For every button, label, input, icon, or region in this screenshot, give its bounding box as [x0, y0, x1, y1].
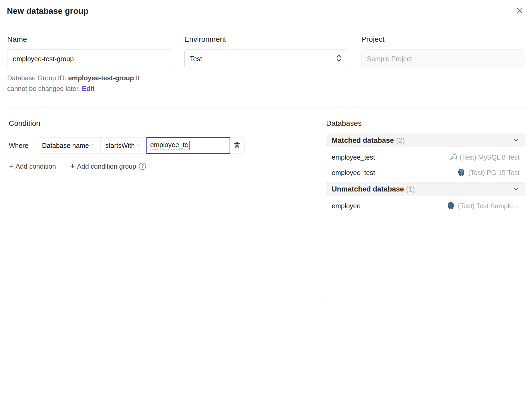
condition-actions: + Add condition + Add condition group ? [9, 162, 326, 170]
add-condition-label: Add condition [16, 163, 56, 170]
database-instance: (Test) MySQL 8 Test [448, 153, 519, 161]
chevron-down-icon [512, 185, 520, 194]
database-row: employee_test (Test [326, 165, 525, 180]
database-name: employee [332, 202, 360, 210]
condition-field-value: Database name [42, 142, 89, 149]
project-input [361, 49, 525, 68]
databases-heading: Databases [326, 119, 525, 128]
selector-updown-icon [335, 54, 342, 64]
condition-field-select[interactable]: Database name [37, 138, 101, 153]
database-row: employee (Test) Tes [326, 198, 525, 214]
close-icon [516, 6, 524, 16]
group-form: Name Database Group ID: employee-test-gr… [7, 35, 525, 94]
group-id-note: Database Group ID: employee-test-group I… [7, 73, 140, 94]
database-instance-label: (Test) Test Sample… [458, 202, 519, 210]
database-name: employee_test [332, 153, 375, 161]
edit-id-link[interactable]: Edit [82, 85, 94, 92]
condition-heading: Condition [9, 119, 326, 128]
database-instance-label: (Test) MySQL 8 Test [460, 153, 519, 161]
matched-database-rows: employee_test (Test) MySQL 8 Test [326, 147, 525, 182]
environment-label: Environment [184, 35, 348, 44]
condition-value-input[interactable]: employee_te [146, 137, 230, 154]
condition-section: Condition Where Database name startsWith [7, 119, 326, 170]
matched-database-title: Matched database(2) [332, 136, 405, 145]
project-field-block: Project [361, 35, 525, 94]
environment-select[interactable]: Test [184, 49, 348, 68]
environment-value: Test [190, 55, 202, 63]
unmatched-database-count: (1) [406, 185, 415, 193]
group-id-note-prefix: Database Group ID: [7, 74, 68, 82]
text-cursor [189, 141, 190, 150]
condition-expression-group: Database name startsWith [37, 137, 245, 154]
postgresql-icon [447, 202, 455, 210]
name-label: Name [7, 35, 171, 44]
add-condition-group-button[interactable]: + Add condition group ? [70, 162, 146, 170]
plus-icon: + [9, 162, 14, 170]
matched-database-header[interactable]: Matched database(2) [326, 134, 525, 147]
add-condition-button[interactable]: + Add condition [9, 162, 56, 170]
postgresql-icon [457, 168, 466, 177]
condition-operator-select[interactable]: startsWith [101, 138, 146, 153]
dialog-header: New database group [0, 0, 532, 22]
unmatched-database-title-text: Unmatched database [332, 185, 404, 193]
plus-icon: + [70, 162, 75, 170]
name-field-block: Name Database Group ID: employee-test-gr… [7, 35, 171, 94]
database-row: employee_test (Test) MySQL 8 Test [326, 149, 525, 165]
unmatched-database-rows: employee (Test) Tes [326, 196, 525, 301]
unmatched-database-header[interactable]: Unmatched database(1) [326, 182, 525, 196]
chevron-down-icon [136, 142, 142, 149]
databases-panel: Matched database(2) employee_test [326, 134, 525, 301]
section-divider [7, 107, 525, 107]
mysql-icon [448, 153, 457, 161]
trash-icon [233, 141, 241, 150]
help-icon[interactable]: ? [139, 163, 146, 170]
project-label: Project [361, 35, 525, 44]
condition-value-text: employee_te [150, 141, 188, 150]
matched-database-title-text: Matched database [332, 136, 394, 144]
main-content: Condition Where Database name startsWith [7, 119, 525, 301]
name-input[interactable] [7, 49, 171, 68]
delete-condition-button[interactable] [230, 138, 244, 153]
database-name: employee_test [332, 169, 375, 177]
chevron-down-icon [512, 136, 520, 145]
dialog-title: New database group [7, 6, 89, 16]
condition-operator-value: startsWith [105, 142, 135, 149]
database-instance: (Test) Test Sample… [447, 202, 519, 210]
add-condition-group-label: Add condition group [77, 163, 136, 170]
unmatched-database-title: Unmatched database(1) [332, 185, 415, 193]
condition-row: Where Database name startsWith [9, 137, 326, 154]
close-button[interactable] [514, 6, 525, 16]
group-id-value: employee-test-group [68, 74, 134, 82]
database-instance: (Test) PG 15 Test [457, 168, 519, 177]
chevron-down-icon [90, 142, 96, 149]
where-label: Where [9, 142, 28, 149]
databases-section: Databases Matched database(2) employee_t… [326, 119, 525, 301]
database-instance-label: (Test) PG 15 Test [468, 169, 519, 177]
environment-field-block: Environment Test [184, 35, 348, 94]
matched-database-count: (2) [396, 136, 405, 144]
